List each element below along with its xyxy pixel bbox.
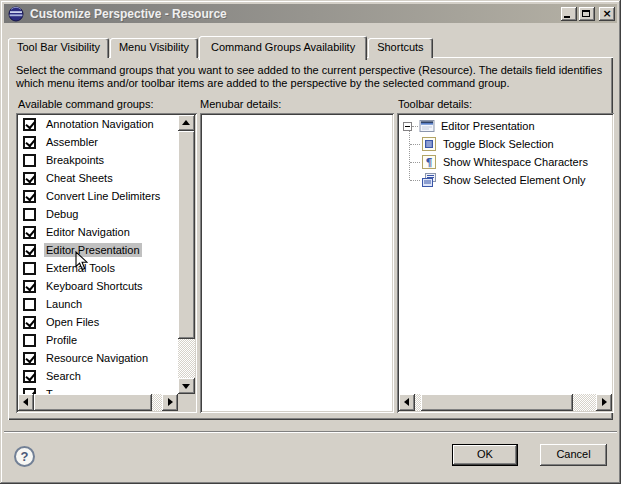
command-group-label: Assembler [44, 135, 100, 149]
editor-presentation-icon [419, 118, 435, 134]
command-group-label: Convert Line Delimiters [44, 189, 162, 203]
titlebar[interactable]: Customize Perspective - Resource × [4, 4, 617, 23]
command-group-row[interactable]: Breakpoints [18, 151, 178, 169]
horizontal-scrollbar[interactable] [18, 394, 178, 411]
available-command-groups-label: Available command groups: [18, 98, 154, 110]
horizontal-scrollbar-thumb[interactable] [421, 394, 573, 411]
scroll-right-button[interactable] [162, 394, 178, 411]
checkbox[interactable] [23, 370, 36, 383]
checkbox[interactable] [23, 352, 36, 365]
vertical-scrollbar-track[interactable] [178, 339, 195, 378]
scroll-up-button[interactable] [178, 115, 195, 131]
toggle-block-selection-icon [421, 136, 437, 152]
eclipse-icon [8, 6, 24, 22]
tree-node-show-selected-element-only[interactable]: Show Selected Element Only [401, 171, 610, 189]
tree-node-show-whitespace-characters[interactable]: ¶ Show Whitespace Characters [401, 153, 610, 171]
toolbar-details-panel: Editor Presentation Toggle Block Selecti… [397, 113, 614, 413]
command-group-row[interactable]: Editor Navigation [18, 223, 178, 241]
tree-node-label: Show Whitespace Characters [443, 156, 588, 168]
show-whitespace-icon: ¶ [421, 154, 437, 170]
command-group-row[interactable]: Cheat Sheets [18, 169, 178, 187]
command-group-row[interactable]: Editor Presentation [18, 241, 178, 259]
checkbox[interactable] [23, 244, 36, 257]
command-group-row[interactable]: Resource Navigation [18, 349, 178, 367]
tab-command-groups-availability[interactable]: Command Groups Availability [199, 36, 367, 60]
toolbar-details-tree: Editor Presentation Toggle Block Selecti… [401, 117, 610, 189]
checkbox[interactable] [23, 298, 36, 311]
tab-toolbar-visibility[interactable]: Tool Bar Visibility [8, 38, 109, 58]
command-group-label: Launch [44, 297, 84, 311]
checkbox[interactable] [23, 262, 36, 275]
command-group-row[interactable]: Assembler [18, 133, 178, 151]
command-group-row[interactable]: Profile [18, 331, 178, 349]
checkbox[interactable] [23, 154, 36, 167]
command-group-label: Editor Presentation [44, 243, 142, 257]
command-group-label: Keyboard Shortcuts [44, 279, 145, 293]
scroll-left-button[interactable] [399, 394, 415, 411]
description-text: Select the command groups that you want … [16, 64, 606, 90]
command-group-row[interactable]: T [18, 385, 178, 394]
tree-node-toggle-block-selection[interactable]: Toggle Block Selection [401, 135, 610, 153]
arrow-left-icon [404, 398, 409, 406]
command-group-row[interactable]: Launch [18, 295, 178, 313]
horizontal-scrollbar[interactable] [399, 394, 612, 411]
collapse-expander-icon[interactable] [403, 122, 412, 131]
maximize-button[interactable] [579, 7, 595, 21]
checkbox[interactable] [23, 172, 36, 185]
vertical-scrollbar[interactable] [178, 115, 195, 394]
horizontal-scrollbar-track[interactable] [573, 394, 596, 411]
tree-node-label: Toggle Block Selection [443, 138, 554, 150]
checkbox[interactable] [23, 226, 36, 239]
ok-button[interactable]: OK [452, 444, 518, 466]
show-selected-element-icon [421, 172, 437, 188]
tab-bar: Tool Bar Visibility Menu Visibility Comm… [8, 34, 434, 58]
scroll-right-button[interactable] [596, 394, 612, 411]
command-group-row[interactable]: Search [18, 367, 178, 385]
customize-perspective-dialog: Customize Perspective - Resource × Tool … [0, 0, 621, 484]
command-group-row[interactable]: Keyboard Shortcuts [18, 277, 178, 295]
tab-menu-visibility[interactable]: Menu Visibility [110, 38, 198, 58]
tree-node-editor-presentation[interactable]: Editor Presentation [401, 117, 610, 135]
scroll-left-button[interactable] [18, 394, 34, 411]
help-button[interactable]: ? [14, 446, 35, 467]
command-group-row[interactable]: Debug [18, 205, 178, 223]
scrollbar-corner [178, 394, 195, 411]
checkbox[interactable] [23, 208, 36, 221]
checkbox[interactable] [23, 280, 36, 293]
horizontal-scrollbar-thumb[interactable] [34, 394, 152, 411]
close-button[interactable]: × [599, 7, 615, 21]
menubar-details-panel[interactable] [200, 113, 394, 413]
command-group-label: Cheat Sheets [44, 171, 115, 185]
horizontal-scrollbar-track[interactable] [152, 394, 162, 411]
command-group-row[interactable]: External Tools [18, 259, 178, 277]
menubar-details-label: Menubar details: [200, 98, 281, 110]
arrow-right-icon [602, 398, 607, 406]
svg-text:¶: ¶ [426, 156, 433, 169]
vertical-scrollbar-thumb[interactable] [178, 131, 195, 339]
checkbox[interactable] [23, 118, 36, 131]
button-bar-separator [4, 431, 617, 433]
command-group-label: Breakpoints [44, 153, 106, 167]
checkbox[interactable] [23, 190, 36, 203]
checkbox[interactable] [23, 316, 36, 329]
scroll-down-button[interactable] [178, 378, 195, 394]
cancel-button[interactable]: Cancel [540, 444, 607, 466]
tree-connector [410, 144, 420, 145]
command-group-row[interactable]: Open Files [18, 313, 178, 331]
command-groups-list: Annotation Navigation Assembler Breakpoi… [18, 115, 178, 394]
tree-connector [412, 126, 418, 127]
tab-shortcuts[interactable]: Shortcuts [368, 38, 432, 58]
command-group-label: Resource Navigation [44, 351, 150, 365]
command-group-label: Open Files [44, 315, 101, 329]
checkbox[interactable] [23, 136, 36, 149]
command-group-label: T [44, 387, 55, 394]
command-group-row[interactable]: Annotation Navigation [18, 115, 178, 133]
command-group-label: Search [44, 369, 83, 383]
available-command-groups-panel: Annotation Navigation Assembler Breakpoi… [16, 113, 197, 413]
minimize-button[interactable] [561, 7, 577, 21]
checkbox[interactable] [23, 334, 36, 347]
window-title: Customize Perspective - Resource [30, 7, 561, 21]
command-group-row[interactable]: Convert Line Delimiters [18, 187, 178, 205]
tree-connector [410, 180, 420, 181]
tree-node-label: Show Selected Element Only [443, 174, 585, 186]
